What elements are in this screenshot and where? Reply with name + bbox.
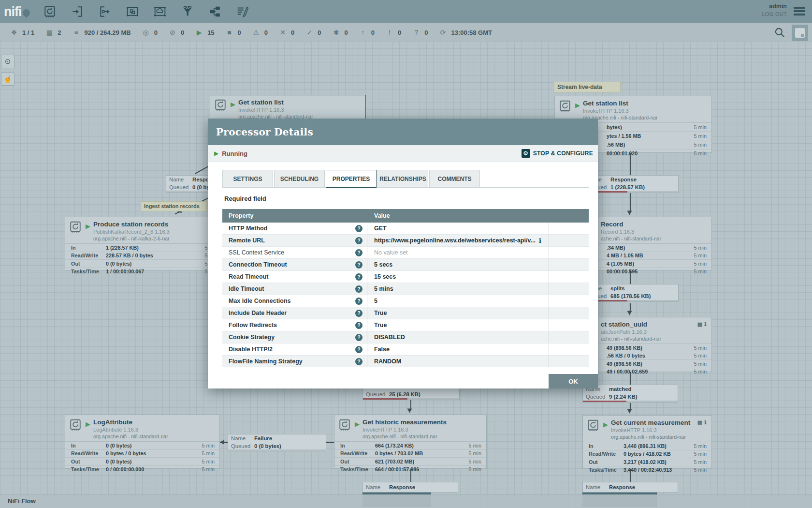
status-refresh[interactable]: ⟳13:00:58 GMT [438,29,492,36]
stat-in: 3,440 (896.31 KB) [624,443,685,449]
processor-extract-station-uuid-partial[interactable]: ct station_uuid ateJsonPath 1.16.3 ache.… [584,317,712,372]
stat-read-write: 0 bytes / 0 bytes [106,450,193,456]
processor-produce-station-records[interactable]: ▶ Produce station records PublishKafkaRe… [65,217,223,270]
property-row-flowfile-naming-strategy: FlowFile Naming Strategy? RANDOM [222,356,589,367]
top-toolbar: nifi admin LOG OUT [0,0,812,23]
help-icon[interactable]: ? [355,298,362,305]
connection-line [630,303,631,311]
input-port-tool-icon[interactable] [71,5,84,18]
process-group-tool-icon[interactable] [126,5,139,18]
stat-out: 621 (703.02 MB) [375,459,460,464]
processor-type: InvokeHTTP 1.16.3 [611,428,690,433]
info-icon[interactable]: i [539,237,541,244]
help-icon[interactable]: ? [355,310,362,317]
current-user: admin [762,3,787,10]
stop-and-configure-button[interactable]: ⚙ STOP & CONFIGURE [522,149,593,158]
help-icon[interactable]: ? [355,237,362,244]
refresh-icon[interactable]: ⟳ [438,29,447,36]
component-toolbar [44,5,249,18]
processor-record-partial[interactable]: Record Record 1.16.3 ache.nifi - nifi-st… [584,217,712,270]
connection-label-response-bottom-right[interactable]: NameResponse [582,482,678,493]
queue-size-bar [583,401,678,402]
help-icon[interactable]: ? [355,273,362,281]
cluster-icon: ❖ [10,29,18,36]
help-icon[interactable]: ? [355,358,362,365]
ok-button[interactable]: OK [549,374,598,388]
threads-icon: ▦ [45,29,54,36]
nifi-app: nifi admin LOG OUT ❖1 / 1 ▦2 ≡920 / 264.… [0,0,812,508]
stop-configure-gear-icon: ⚙ [522,149,530,158]
stat-read-write: 0 bytes / 703.02 MB [375,450,460,456]
status-transmitting: ◎0 [142,29,158,36]
processor-type: InvokeHTTP 1.16.3 [583,108,658,114]
nifi-logo: nifi [4,4,39,19]
connection-label-response-live[interactable]: NameResponse Queued1 (228.57 KB) [584,175,679,193]
navigate-palette-button[interactable]: ⊙ [1,55,14,68]
connection-label-splits[interactable]: Namesplits Queued685 (178.56 KB) [584,284,679,302]
stat-in: 0 (0 bytes) [106,443,193,448]
operate-palette-button[interactable]: ☝ [1,72,14,86]
canvas-label-ingest-station-records[interactable]: Ingest station records [141,201,207,211]
remote-process-group-tool-icon[interactable] [154,5,166,18]
processor-title: Get station list [238,99,313,106]
processor-bundle: ache.nifi - nifi-standard-nar [601,236,661,241]
processor-details-dialog: Processor Details ▶ Running ⚙ STOP & CON… [208,119,598,388]
tab-scheduling[interactable]: SCHEDULING [274,170,325,187]
tab-comments[interactable]: COMMENTS [429,170,480,187]
processor-bundle: ache.nifi - nifi-standard-nar [601,336,661,342]
help-icon[interactable]: ? [355,225,362,232]
connection-label-response-bottom-center[interactable]: NameResponse [362,482,458,493]
canvas-label-stream-live-data[interactable]: Stream live-data [554,82,621,92]
run-status-icon: ▶ [86,420,90,441]
tab-relationships[interactable]: RELATIONSHIPS [377,170,428,187]
breadcrumb-bar [0,494,812,508]
connection-label-failure[interactable]: NameFailure Queued0 (0 bytes) [228,434,326,451]
bulletin-sticker-icon [795,28,805,38]
help-icon[interactable]: ? [355,249,362,256]
tab-properties[interactable]: PROPERTIES [326,170,377,188]
status-disabled: ✕0 [278,29,294,36]
stale-icon: ↑ [359,29,367,36]
processor-type: LogAttribute 1.16.3 [93,427,168,433]
properties-table: Property Value HTTP Method? GET Remote U… [222,209,589,367]
stat-out: 4 (1.05 MB) [590,261,685,267]
bulletin-board-button[interactable] [792,25,808,41]
processor-log-attribute[interactable]: ▶ LogAttribute LogAttribute 1.16.3 org.a… [65,415,220,469]
status-stopped: ■0 [225,29,241,36]
help-icon[interactable]: ? [355,322,362,329]
processor-bundle: org.apache.nifi - nifi-standard-nar [93,434,168,439]
processor-tool-icon[interactable] [44,5,56,18]
stat-tasks: 3,440 / 00:02:40.913 [624,467,685,473]
global-menu-icon[interactable] [794,7,805,15]
stat-out: 3,217 (418.02 KB) [624,459,685,465]
processor-title: ct station_uuid [601,321,661,328]
processor-get-historic-measurements[interactable]: ▶ Get historic measurements InvokeHTTP 1… [334,415,487,469]
funnel-tool-icon[interactable] [181,5,194,18]
template-tool-icon[interactable] [209,5,221,18]
invalid-icon: ⚠ [252,29,261,36]
properties-table-header: Property Value [222,209,589,223]
help-icon[interactable]: ? [355,346,362,353]
sync-failure-icon: ? [412,29,420,36]
queue-size-bar [363,398,459,400]
search-icon[interactable] [773,25,788,41]
processor-title: Produce station records [93,221,170,228]
processor-type: InvokeHTTP 1.16.3 [238,107,313,113]
logout-link[interactable]: LOG OUT [762,11,787,17]
processor-get-current-measurement[interactable]: ▶ Get current measurement InvokeHTTP 1.1… [582,415,712,469]
breadcrumb[interactable]: NiFi Flow [8,497,36,505]
tab-settings[interactable]: SETTINGS [222,170,273,187]
processor-title: Get station list [583,100,658,107]
processor-icon [69,221,82,233]
label-tool-icon[interactable] [236,5,249,18]
tasks-badge: ▦1 [697,419,707,426]
help-icon[interactable]: ? [355,285,362,293]
property-row-disable-http2: Disable HTTP/2? False [222,344,589,356]
help-icon[interactable]: ? [355,261,362,269]
processor-icon [559,100,571,112]
help-icon[interactable]: ? [355,334,362,341]
queued-icon: ≡ [72,29,81,36]
output-port-tool-icon[interactable] [99,5,111,18]
locally-modified-icon: ✱ [332,29,341,36]
property-row-http-method: HTTP Method? GET [222,223,589,235]
